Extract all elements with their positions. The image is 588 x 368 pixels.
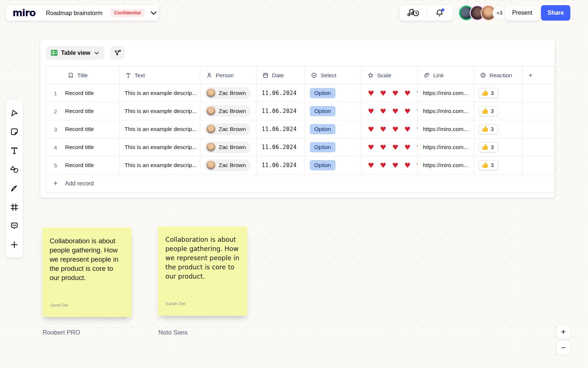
board-title[interactable]: Roadmap brainstorm [46,10,103,17]
add-tool-plus-icon[interactable] [7,237,22,252]
reaction-chip[interactable]: 3 [478,124,498,134]
scale-hearts[interactable]: ♥ ♥ ♥ ♥ ♥ [362,84,418,102]
thumbs-up-icon [482,126,488,132]
table-row[interactable]: 3Record title This is an example descrip… [46,120,555,138]
sticky-note-icon[interactable] [7,124,22,139]
record-link[interactable]: https://miro.com... [418,138,474,156]
filter-button[interactable] [110,46,125,60]
column-header-text[interactable]: Text [119,67,200,84]
record-link[interactable]: https://miro.com... [418,156,474,174]
comment-icon[interactable] [7,219,22,233]
add-record-button[interactable]: + Add record [46,174,555,192]
paperclip-icon [424,72,430,78]
thumbs-up-icon [482,108,488,114]
table-row[interactable]: 5Record title This is an example descrip… [46,156,555,174]
record-link[interactable]: https://miro.com... [418,84,474,102]
scale-hearts[interactable]: ♥ ♥ ♥ ♥ ♥ [362,120,418,138]
scale-hearts[interactable]: ♥ ♥ ♥ ♥ ♥ [362,102,418,120]
record-text[interactable]: This is an example descrip... [119,84,200,102]
record-date[interactable]: 11.06.2024 [257,102,305,120]
column-header-date[interactable]: Date [257,67,305,84]
notifications-bell-icon[interactable] [430,5,449,21]
sticky-note[interactable]: Collaboration is about people gathering.… [42,227,132,317]
table-view-selector[interactable]: Table view [46,46,104,60]
record-text[interactable]: This is an example descrip... [119,156,200,174]
thumbs-up-icon [482,90,488,96]
record-title[interactable]: Record title [65,162,94,169]
zoom-out-button[interactable]: − [557,341,570,354]
font-caption: Noto Sans [158,329,187,336]
person-chip[interactable]: Zac Brown [205,141,251,153]
table-row[interactable]: 2Record title This is an example descrip… [46,102,555,120]
column-header-reaction[interactable]: Reaction [474,67,523,84]
person-avatar [206,106,216,116]
column-header-person[interactable]: Person [200,67,257,84]
record-link[interactable]: https://miro.com... [418,102,474,120]
table-row[interactable]: 1Record title This is an example descrip… [46,84,555,102]
select-cursor-icon[interactable] [7,106,22,120]
board-menu-chevron-down-icon[interactable] [150,9,158,17]
record-text[interactable]: This is an example descrip... [119,120,200,138]
text-icon [125,72,131,78]
record-title[interactable]: Record title [65,90,94,96]
add-column-button[interactable]: + [523,67,555,84]
pen-icon[interactable] [7,181,22,196]
person-chip[interactable]: Zac Brown [205,159,251,171]
select-option-badge[interactable]: Option [310,124,336,134]
record-title[interactable]: Record title [65,108,94,114]
select-option-badge[interactable]: Option [310,88,336,98]
person-avatar [206,160,216,170]
empty-cell[interactable] [523,84,555,102]
record-date[interactable]: 11.06.2024 [257,138,305,156]
present-button[interactable]: Present [505,5,539,21]
record-text[interactable]: This is an example descrip... [119,138,200,156]
empty-cell[interactable] [523,156,555,174]
empty-cell[interactable] [523,138,555,156]
shapes-icon[interactable] [7,162,22,177]
table-row[interactable]: 4Record title This is an example descrip… [46,138,555,156]
frame-icon[interactable] [7,200,22,215]
select-option-badge[interactable]: Option [310,160,336,170]
empty-cell[interactable] [523,120,555,138]
record-title[interactable]: Record title [65,126,94,132]
record-date[interactable]: 11.06.2024 [257,156,305,174]
record-link[interactable]: https://miro.com... [418,120,474,138]
select-option-badge[interactable]: Option [310,142,336,152]
music-timer-icon[interactable] [404,5,423,21]
reaction-chip[interactable]: 3 [478,106,498,116]
divider [426,8,427,17]
confidential-badge: Confidential [111,9,144,17]
record-date[interactable]: 11.06.2024 [257,120,305,138]
person-chip[interactable]: Zac Brown [205,123,251,135]
column-header-title[interactable]: Title [46,67,119,84]
select-option-badge[interactable]: Option [310,106,336,116]
table-view-label: Table view [61,50,90,56]
reaction-chip[interactable]: 3 [478,160,498,170]
scale-hearts[interactable]: ♥ ♥ ♥ ♥ ♥ [362,156,418,174]
star-icon [368,72,374,78]
person-chip[interactable]: Zac Brown [205,105,251,117]
person-chip[interactable]: Zac Brown [205,87,251,99]
record-title[interactable]: Record title [65,144,94,151]
column-header-select[interactable]: Select [305,67,362,84]
reaction-chip[interactable]: 3 [478,142,498,152]
person-icon [206,72,212,78]
scale-hearts[interactable]: ♥ ♥ ♥ ♥ ♥ [362,138,418,156]
column-header-scale[interactable]: Scale [362,67,418,84]
font-caption: Roobert PRO [43,329,80,336]
sticky-note[interactable]: Collaboration is about people gathering.… [158,226,247,316]
sticky-note-author: Sarah Del [166,301,186,306]
record-date[interactable]: 11.06.2024 [257,84,305,102]
reaction-chip[interactable]: 3 [478,88,498,98]
share-button[interactable]: Share [541,5,570,21]
text-tool-icon[interactable] [7,143,22,158]
zoom-in-button[interactable]: + [557,325,570,339]
board-header-bar: miro Roadmap brainstorm Confidential [6,5,159,21]
record-text[interactable]: This is an example descrip... [119,102,200,120]
avatar-overflow-count[interactable]: +3 [492,6,506,20]
miro-logo[interactable]: miro [12,7,36,18]
empty-cell[interactable] [523,102,555,120]
calendar-icon [262,72,269,78]
column-header-link[interactable]: Link [418,67,474,84]
table-widget-card: Table view Title Text Person Date [40,39,555,198]
